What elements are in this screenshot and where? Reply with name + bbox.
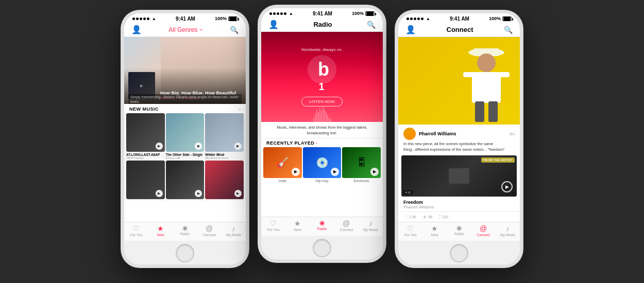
play-overlay-5[interactable]: ▶ [195,190,202,197]
tab-for-you-1[interactable]: ♡ For You [124,224,148,237]
thumb-inner-6: ▶ [205,161,244,199]
tab-connect-3[interactable]: @ Connect [471,224,496,237]
radio-thumb-hiphop[interactable]: 💿 ▶ Hip Hop [303,147,342,183]
profile-icon-2[interactable]: 👤 [268,20,279,29]
play-overlay-6[interactable]: ▶ [234,190,242,197]
signal-area-1: ▲ [132,16,156,21]
tab-radio-2[interactable]: ◉ Radio [310,219,334,232]
video-play-button[interactable]: ▶ [501,181,513,192]
svg-rect-4 [463,72,473,77]
connect-video[interactable]: FROM THE ARTIST 4:12 ▶ [401,155,517,197]
connect-hero [398,37,520,125]
dot4-3 [417,17,420,20]
tab-connect-1[interactable]: @ Connect [197,224,222,237]
home-button-wrap-2 [261,236,383,259]
svg-rect-5 [499,72,510,77]
home-button-1[interactable] [176,244,194,262]
tab-icon-radio-1: ◉ [182,224,188,232]
tab-icon-foryou-2: ♡ [270,219,277,227]
action-share[interactable]: ⤴ 120 [438,214,448,220]
tab-for-you-3[interactable]: ♡ For You [398,224,422,237]
battery-fill-3 [503,17,511,21]
wifi-icon-1: ▲ [152,16,156,21]
play-overlay-2[interactable]: ▶ [195,143,202,150]
radio-tagline: Worldwide. Always on. [301,47,343,52]
wave-2 [315,114,316,122]
connect-username[interactable]: Pharrell Williams [419,131,456,136]
tab-radio-3[interactable]: ◉ Radio [447,224,471,237]
tab-mymusic-1[interactable]: ♪ My Music [222,224,246,237]
indie-thumb-inner: 🎸 ▶ [263,147,302,178]
wave-7 [323,107,324,122]
tab-new-1[interactable]: ★ New [148,224,173,237]
dot3 [140,17,142,20]
wifi-icon-3: ▲ [426,16,430,21]
electronic-play[interactable]: ▶ [370,168,379,176]
electronic-label: Electronic [353,179,369,183]
radio-thumb-electronic[interactable]: 🎛 ▶ Electronic [342,147,381,183]
indie-label: Indie [279,179,286,183]
music-item-2[interactable]: ▶ The Other Side - Single Ghost Loft [166,113,205,160]
tab-new-2[interactable]: ★ New [285,219,310,232]
radio-thumb-indie[interactable]: 🎸 ▶ Indie [263,147,302,183]
music-thumb-6: ▶ [205,161,244,199]
phones-container: ▲ 9:41 AM 100% 👤 All Genres ~ 🔍 ▶ How [121,5,523,278]
status-bar-3: ▲ 9:41 AM 100% [398,13,520,23]
indie-play[interactable]: ▶ [292,168,300,176]
dot5 [147,17,149,20]
nav-bar-1: 👤 All Genres ~ 🔍 [124,23,246,37]
music-sublabel-3: Mumford & Sons [205,156,244,160]
dot2-3 [410,17,413,20]
home-button-3[interactable] [450,244,468,262]
tab-icon-mymusic-2: ♪ [369,219,372,227]
hiphop-play[interactable]: ▶ [331,168,339,176]
profile-icon-3[interactable]: 👤 [405,25,416,34]
action-star[interactable]: ★ 98 [422,214,432,220]
tab-mymusic-2[interactable]: ♪ My Music [359,219,383,232]
tab-icon-connect-3: @ [480,224,487,233]
play-overlay-4[interactable]: ▶ [156,190,163,197]
connect-avatar [403,128,416,140]
tab-radio-1[interactable]: ◉ Radio [173,224,197,237]
music-item-4[interactable]: ▶ [126,161,165,199]
time-2: 9:41 AM [313,11,332,16]
battery-icon-3 [502,16,512,21]
play-overlay-3[interactable]: ▶ [234,143,242,150]
recently-arrow[interactable]: › [316,141,317,146]
tab-label-new-2: New [294,228,301,232]
tab-icon-radio-2: ◉ [319,219,325,226]
nav-bar-3: 👤 Connect 🔍 [398,23,520,37]
share-icon: ⤴ [438,214,441,220]
action-like[interactable]: ♡ 1.3K [403,214,416,220]
search-icon-2[interactable]: 🔍 [367,21,376,29]
tab-mymusic-3[interactable]: ♪ My Music [496,224,520,237]
tab-label-foryou-1: For You [130,233,143,237]
nav-title-1[interactable]: All Genres ~ [168,26,202,33]
listen-now-button[interactable]: LISTEN NOW [301,97,343,107]
music-item-3[interactable]: ▶ Wilder Mind Mumford & Sons [205,113,244,160]
music-item-1[interactable]: ▶ AT.LONG.LAST.A$AP A$AP Rocky [126,113,165,160]
thumb-inner-1: ▶ [126,113,165,152]
wave-3 [316,110,317,122]
home-button-2[interactable] [313,239,331,257]
music-sublabel-1: A$AP Rocky [126,156,165,160]
hero-description-1: Simply mesmerizing - Welch's volcanic vo… [128,94,242,104]
battery-area-2: 100% [352,11,375,16]
tab-new-3[interactable]: ★ New [422,224,447,237]
music-thumb-4: ▶ [126,161,165,199]
tab-label-connect-1: Connect [202,233,216,237]
music-item-6[interactable]: ▶ [205,161,244,199]
play-overlay-1[interactable]: ▶ [156,143,163,150]
tab-label-foryou-2: For You [267,228,280,232]
tab-icon-new-3: ★ [431,224,438,233]
profile-icon-1[interactable]: 👤 [131,25,142,34]
tab-for-you-2[interactable]: ♡ For You [261,219,285,232]
connect-track-info: Freedom Pharrell Williams [398,197,520,211]
tab-connect-2[interactable]: @ Connect [334,219,359,232]
search-icon-3[interactable]: 🔍 [504,26,513,34]
search-icon-1[interactable]: 🔍 [230,26,239,34]
music-item-5[interactable]: ▶ [166,161,205,199]
dot3-3 [414,17,416,20]
indie-thumb-img: 🎸 ▶ [263,147,302,178]
share-count: 120 [442,215,448,219]
